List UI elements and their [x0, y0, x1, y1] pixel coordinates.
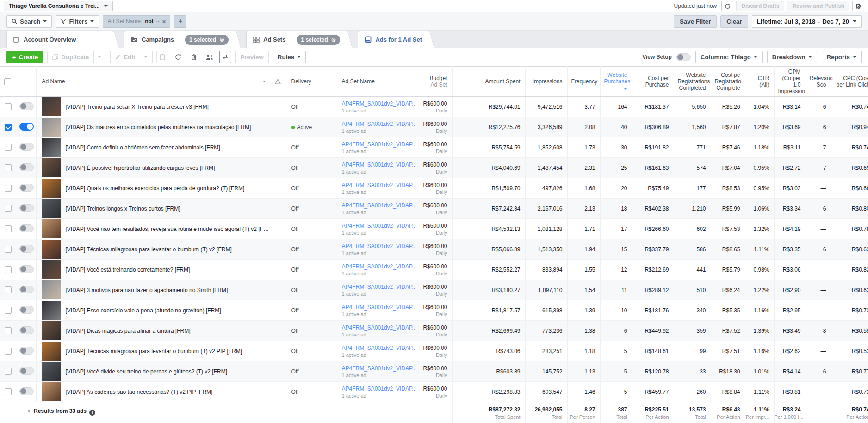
ad-status-toggle[interactable] [19, 347, 34, 355]
ad-status-toggle[interactable] [19, 163, 34, 171]
ad-set-link[interactable]: AP4FRM_SA001dv2_VIDAP... [342, 121, 415, 127]
tab-ads[interactable]: Ads for 1 Ad Set [358, 31, 427, 48]
column-cpm[interactable]: CPM (Co per 1,0 Impression [774, 67, 806, 97]
ad-status-toggle[interactable] [19, 286, 34, 293]
ad-set-link[interactable]: AP4FRM_SA001dv2_VIDAP... [342, 284, 415, 290]
ad-name-link[interactable]: [VIDAP] Como definir o abdômen sem fazer… [66, 144, 220, 151]
ad-set-link[interactable]: AP4FRM_SA001dv2_VIDAP... [342, 365, 415, 372]
preview-button[interactable]: Preview [235, 51, 268, 63]
column-cost-per-purchase[interactable]: Cost per Purchase [632, 67, 674, 97]
ad-status-toggle[interactable] [19, 265, 34, 273]
row-checkbox[interactable] [5, 327, 12, 334]
ad-name-link[interactable]: [VIDAP] Você não tem resultados, reveja … [66, 226, 271, 232]
ad-set-link[interactable]: AP4FRM_SA001dv2_VIDAP... [342, 223, 415, 229]
search-button[interactable]: Search [6, 15, 52, 28]
clear-filter-button[interactable]: Clear [720, 15, 748, 28]
ad-set-link[interactable]: AP4FRM_SA001dv2_VIDAP... [342, 263, 415, 270]
ad-set-link[interactable]: AP4FRM_SA001dv2_VIDAP... [342, 100, 415, 107]
column-impressions[interactable]: Impressions [525, 67, 567, 97]
deselect-icon[interactable]: ⊗ [331, 36, 336, 43]
ad-name-link[interactable]: [VIDAP] Técnicas milagrosas para levanta… [66, 246, 232, 253]
column-cost-per-registration[interactable]: Cost pe Registratio Complete [711, 67, 745, 97]
row-checkbox[interactable] [5, 246, 12, 253]
edit-button[interactable]: Edit [110, 51, 153, 63]
ad-name-link[interactable]: [VIDAP] 3 motivos para não fazer o agach… [66, 287, 228, 293]
clipboard-button[interactable] [156, 51, 168, 63]
edit-menu-button[interactable] [140, 51, 148, 63]
account-selector[interactable]: Thiago Varella Consultoria e Trei... [4, 1, 113, 11]
ad-name-link[interactable]: [VIDAP] É possível hipertrofiar utilizan… [66, 165, 215, 171]
history-button[interactable] [172, 51, 184, 63]
create-button[interactable]: + Create [6, 51, 43, 63]
column-ctr[interactable]: CTR (All) [745, 67, 774, 97]
column-amount-spent[interactable]: Amount Spent [452, 67, 525, 97]
duplicate-menu-button[interactable] [93, 51, 101, 63]
column-frequency[interactable]: Frequency [567, 67, 600, 97]
columns-button[interactable]: Columns: Thiago [695, 51, 763, 63]
ad-name-link[interactable]: [VIDAP] Esse exercício vale a pena (afun… [66, 307, 221, 314]
ad-set-link[interactable]: AP4FRM_SA001dv2_VIDAP... [342, 345, 415, 351]
date-range-selector[interactable]: Lifetime: Jul 3, 2018 – Dec 7, 20 [752, 15, 862, 28]
save-filter-button[interactable]: Save Filter [674, 15, 717, 28]
column-ad-name[interactable]: Ad Name [36, 67, 271, 97]
ad-name-link[interactable]: [VIDAP] Treinos longos x Treinos curtos … [66, 205, 180, 212]
row-checkbox[interactable] [5, 164, 12, 171]
column-relevance-score[interactable]: Relevanc Sco [806, 67, 831, 97]
row-checkbox[interactable] [5, 388, 12, 395]
ad-status-toggle[interactable] [19, 245, 34, 253]
ad-set-link[interactable]: AP4FRM_SA001dv2_VIDAP... [342, 202, 415, 209]
ad-set-link[interactable]: AP4FRM_SA001dv2_VIDAP... [342, 162, 415, 168]
column-website-purchases[interactable]: Website Purchases [600, 67, 632, 97]
ad-set-link[interactable]: AP4FRM_SA001dv2_VIDAP... [342, 324, 415, 331]
column-ad-set-name[interactable]: Ad Set Name [338, 67, 415, 97]
ad-name-link[interactable]: [VIDAP] Você está treinando corretamente… [66, 267, 190, 273]
ad-name-link[interactable]: [VIDAP] Dicas mágicas para afinar a cint… [66, 328, 191, 334]
compare-button[interactable] [219, 51, 231, 63]
row-checkbox[interactable] [5, 205, 12, 212]
row-checkbox[interactable] [5, 307, 12, 314]
ad-set-link[interactable]: AP4FRM_SA001dv2_VIDAP... [342, 243, 415, 249]
ad-name-link[interactable]: [VIDAP] Quais os melhores exercicios par… [66, 185, 245, 192]
ad-name-link[interactable]: [VIDAP] Técnicas milagrosas para levanta… [66, 348, 242, 355]
ad-set-link[interactable]: AP4FRM_SA001dv2_VIDAP... [342, 182, 415, 188]
column-delivery[interactable]: Delivery [285, 67, 338, 97]
ad-name-link[interactable]: [VIDAP] Os maiores erros cometidos pelas… [66, 124, 251, 131]
settings-button[interactable]: ⚙ [852, 1, 864, 11]
ad-status-toggle[interactable] [19, 143, 34, 151]
row-checkbox[interactable] [5, 266, 12, 273]
expand-results-chevron-icon[interactable]: › [28, 406, 30, 414]
column-cpc[interactable]: CPC (Cost per Link Click [831, 67, 868, 97]
ad-status-toggle[interactable] [19, 367, 34, 375]
ad-status-toggle[interactable] [19, 306, 34, 314]
campaigns-selected-pill[interactable]: 1 selected ⊗ [185, 35, 229, 45]
refresh-button[interactable] [721, 1, 733, 11]
row-checkbox[interactable] [5, 368, 12, 375]
deselect-icon[interactable]: ⊗ [219, 36, 224, 43]
discard-drafts-button[interactable]: Discard Drafts [736, 1, 784, 11]
duplicate-button[interactable]: Duplicate [47, 51, 106, 63]
ad-set-link[interactable]: AP4FRM_SA001dv2_VIDAP... [342, 386, 415, 392]
select-all-checkbox[interactable] [4, 78, 11, 85]
delete-button[interactable] [188, 51, 200, 63]
tab-account-overview[interactable]: Account Overview [6, 31, 111, 48]
ad-name-link[interactable]: [VIDAP] Você divide seu treino de pernas… [66, 368, 228, 375]
info-icon[interactable]: i [89, 410, 95, 416]
column-website-registrations[interactable]: Website Registrations Completed [674, 67, 711, 97]
ad-name-link[interactable]: [VIDAP] As cadeiras são tão necessárias?… [66, 389, 213, 395]
remove-filter-icon[interactable]: × [162, 18, 166, 25]
row-checkbox[interactable] [5, 124, 12, 131]
row-checkbox[interactable] [5, 225, 12, 232]
adset-name-filter-chip[interactable]: Ad Set Name: not ~ × [103, 15, 170, 28]
tab-ad-sets[interactable]: Ad Sets 1 selected ⊗ [246, 31, 345, 48]
row-checkbox[interactable] [5, 144, 12, 151]
ad-status-toggle[interactable] [19, 184, 34, 192]
review-publish-button[interactable]: Review and Publish [787, 1, 849, 11]
row-checkbox[interactable] [5, 286, 12, 293]
ad-name-link[interactable]: [VIDAP] Treino para secar X Treino para … [66, 104, 209, 110]
ad-status-toggle[interactable] [19, 224, 34, 232]
tab-campaigns[interactable]: Campaigns 1 selected ⊗ [124, 31, 233, 48]
ad-set-link[interactable]: AP4FRM_SA001dv2_VIDAP... [342, 141, 415, 148]
row-checkbox[interactable] [5, 103, 12, 110]
ad-status-toggle[interactable] [19, 326, 34, 334]
row-checkbox[interactable] [5, 185, 12, 192]
